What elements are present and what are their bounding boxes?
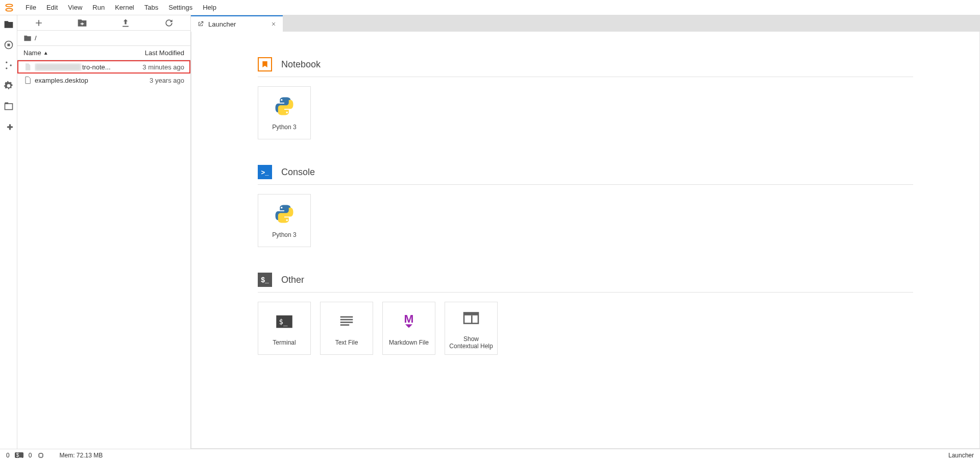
terminal-icon: $_ (274, 311, 295, 334)
section-title: Notebook (281, 59, 321, 70)
menu-settings[interactable]: Settings (163, 2, 198, 13)
file-modified: 3 minutes ago (118, 63, 184, 71)
kernel-count[interactable]: 0 (29, 452, 32, 459)
modified-column-header[interactable]: Last Modified (118, 49, 184, 57)
python-icon (274, 95, 295, 118)
svg-text:$_: $_ (279, 318, 288, 326)
svg-rect-20 (39, 453, 42, 457)
svg-rect-3 (7, 44, 10, 46)
svg-text:M: M (404, 311, 414, 325)
kernel-icon (37, 452, 44, 459)
file-name: examples.desktop (35, 77, 118, 84)
launcher-section-console: >_Console (258, 160, 913, 185)
extensions-icon[interactable] (4, 122, 14, 132)
file-row[interactable]: examples.desktop3 years ago (17, 74, 190, 87)
other-section-icon: $_ (258, 273, 272, 287)
menu-edit[interactable]: Edit (41, 2, 63, 13)
menu-view[interactable]: View (63, 2, 87, 13)
file-browser: / Name ▲ Last Modified xxxxxxxxxxxxxxtro… (17, 15, 191, 449)
svg-rect-14 (340, 322, 353, 323)
svg-rect-18 (464, 312, 478, 315)
git-icon[interactable] (4, 60, 14, 70)
card-label: Show Contextual Help (449, 335, 493, 350)
card-label: Text File (335, 339, 358, 346)
upload-button[interactable] (120, 18, 131, 28)
svg-point-1 (6, 8, 12, 11)
folder-icon[interactable] (4, 19, 14, 30)
file-name: xxxxxxxxxxxxxxtro-note... (35, 63, 118, 71)
contextual-icon (460, 307, 482, 330)
svg-point-6 (281, 99, 283, 101)
tabs-icon[interactable] (4, 101, 14, 111)
textfile-icon (336, 311, 357, 334)
menu-kernel[interactable]: Kernel (110, 2, 139, 13)
svg-point-0 (6, 4, 12, 7)
launcher-card-terminal[interactable]: $_Terminal (258, 302, 311, 355)
markdown-icon: M (398, 311, 420, 334)
notebook-file-icon (23, 63, 32, 71)
card-label: Python 3 (272, 231, 296, 238)
jupyter-logo (4, 3, 14, 13)
file-browser-toolbar (17, 15, 190, 31)
breadcrumb-path: / (35, 34, 37, 42)
file-icon (23, 76, 32, 84)
notebook-section-icon (258, 57, 272, 71)
launcher-section-notebook: Notebook (258, 52, 913, 77)
main-content: Launcher NotebookPython 3>_ConsolePython… (191, 15, 980, 449)
svg-point-8 (281, 207, 283, 209)
card-label: Python 3 (272, 124, 296, 131)
svg-rect-12 (340, 316, 353, 318)
tab-launcher[interactable]: Launcher (191, 15, 283, 32)
statusbar: 0 $_ 0 Mem: 72.13 MB Launcher (0, 449, 980, 461)
menu-tabs[interactable]: Tabs (139, 2, 163, 13)
terminal-count[interactable]: 0 (6, 452, 10, 459)
status-right: Launcher (948, 452, 974, 459)
card-label: Markdown File (389, 339, 429, 346)
launcher-section-other: $_Other (258, 268, 913, 293)
activitybar (0, 15, 17, 449)
svg-rect-4 (5, 104, 12, 110)
launcher-card-markdown-file[interactable]: MMarkdown File (382, 302, 435, 355)
new-launcher-button[interactable] (34, 18, 44, 28)
file-list: xxxxxxxxxxxxxxtro-note...3 minutes agoex… (17, 60, 190, 449)
file-list-header: Name ▲ Last Modified (17, 46, 190, 60)
close-icon[interactable] (271, 21, 277, 27)
new-folder-button[interactable] (77, 18, 87, 28)
launcher-card-text-file[interactable]: Text File (320, 302, 373, 355)
settings-icon[interactable] (4, 81, 14, 91)
memory-status: Mem: 72.13 MB (60, 452, 103, 459)
sort-asc-icon: ▲ (43, 50, 48, 56)
launcher-card-python-3[interactable]: Python 3 (258, 194, 311, 247)
launcher-card-python-3[interactable]: Python 3 (258, 86, 311, 139)
menubar: FileEditViewRunKernelTabsSettingsHelp (0, 0, 980, 15)
menu-file[interactable]: File (20, 2, 41, 13)
console-section-icon: >_ (258, 165, 272, 179)
breadcrumb[interactable]: / (17, 31, 190, 46)
menu-help[interactable]: Help (198, 2, 222, 13)
tab-label: Launcher (208, 20, 266, 28)
tabbar: Launcher (191, 15, 980, 32)
svg-rect-15 (340, 324, 350, 326)
file-row[interactable]: xxxxxxxxxxxxxxtro-note...3 minutes ago (17, 60, 190, 74)
terminal-icon: $_ (15, 452, 23, 458)
file-modified: 3 years ago (118, 77, 184, 84)
svg-point-9 (286, 219, 288, 221)
name-column-header[interactable]: Name ▲ (23, 49, 118, 57)
section-title: Other (281, 275, 304, 285)
card-label: Terminal (273, 339, 296, 346)
python-icon (274, 203, 295, 226)
svg-point-7 (286, 111, 288, 113)
folder-icon (23, 34, 32, 42)
svg-rect-13 (340, 319, 353, 320)
svg-rect-5 (5, 103, 8, 104)
launcher-card-show-contextual-help[interactable]: Show Contextual Help (445, 302, 498, 355)
launcher-icon (197, 20, 204, 28)
running-icon[interactable] (4, 40, 14, 50)
svg-rect-19 (471, 315, 473, 323)
refresh-button[interactable] (164, 18, 174, 28)
menu-run[interactable]: Run (87, 2, 110, 13)
section-title: Console (281, 167, 315, 178)
launcher: NotebookPython 3>_ConsolePython 3$_Other… (191, 32, 980, 449)
